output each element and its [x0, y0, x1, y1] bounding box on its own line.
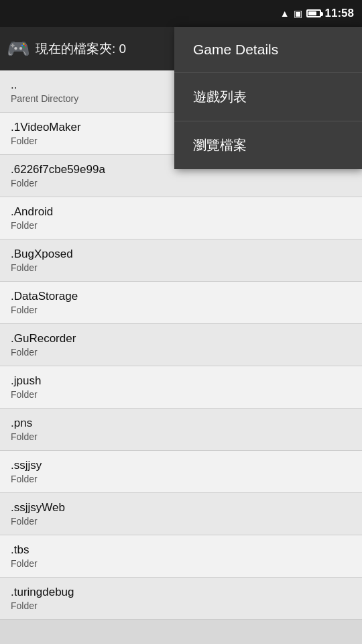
gamepad-icon: 🎮: [7, 38, 30, 60]
file-type: Folder: [11, 431, 351, 442]
dropdown-item-1[interactable]: 遊戲列表: [174, 73, 362, 121]
file-name: .pns: [11, 417, 351, 430]
status-time: 11:58: [325, 7, 354, 20]
file-type: Folder: [11, 600, 351, 611]
file-type: Folder: [11, 516, 351, 527]
file-type: Folder: [11, 347, 351, 358]
file-type: Folder: [11, 178, 351, 189]
file-item[interactable]: .GuRecorderFolder: [0, 324, 362, 366]
battery-icon: [306, 9, 321, 17]
file-item[interactable]: .jpushFolder: [0, 366, 362, 409]
file-type: Folder: [11, 389, 351, 400]
file-type: Folder: [11, 474, 351, 484]
file-name: .ssjjsyWeb: [11, 501, 351, 515]
file-name: .turingdebug: [11, 586, 351, 599]
file-name: .tbs: [11, 543, 351, 557]
file-item[interactable]: .BugXposedFolder: [0, 239, 362, 282]
signal-icon: ▣: [294, 8, 302, 19]
dropdown-item-0[interactable]: Game Details: [174, 27, 362, 73]
status-icons: ▲ ▣ 11:58: [280, 7, 354, 20]
file-item[interactable]: .ssjjsyWebFolder: [0, 493, 362, 535]
dropdown-menu: Game Details遊戲列表瀏覽檔案: [174, 27, 362, 169]
file-name: .DataStorage: [11, 290, 351, 303]
file-type: Folder: [11, 305, 351, 315]
file-item[interactable]: .pnsFolder: [0, 409, 362, 451]
file-type: Folder: [11, 262, 351, 273]
wifi-icon: ▲: [280, 8, 290, 19]
file-name: .BugXposed: [11, 248, 351, 261]
file-item[interactable]: .turingdebugFolder: [0, 578, 362, 620]
file-name: .GuRecorder: [11, 332, 351, 345]
file-item[interactable]: .AndroidFolder: [0, 197, 362, 239]
file-item[interactable]: .DataStorageFolder: [0, 282, 362, 324]
status-bar: ▲ ▣ 11:58: [0, 0, 362, 27]
file-name: .Android: [11, 205, 351, 219]
file-item[interactable]: .ssjjsyFolder: [0, 451, 362, 493]
file-type: Folder: [11, 220, 351, 231]
file-type: Folder: [11, 558, 351, 569]
file-name: .jpush: [11, 374, 351, 388]
file-name: .ssjjsy: [11, 459, 351, 472]
dropdown-item-2[interactable]: 瀏覽檔案: [174, 121, 362, 169]
file-item[interactable]: .tbsFolder: [0, 535, 362, 578]
